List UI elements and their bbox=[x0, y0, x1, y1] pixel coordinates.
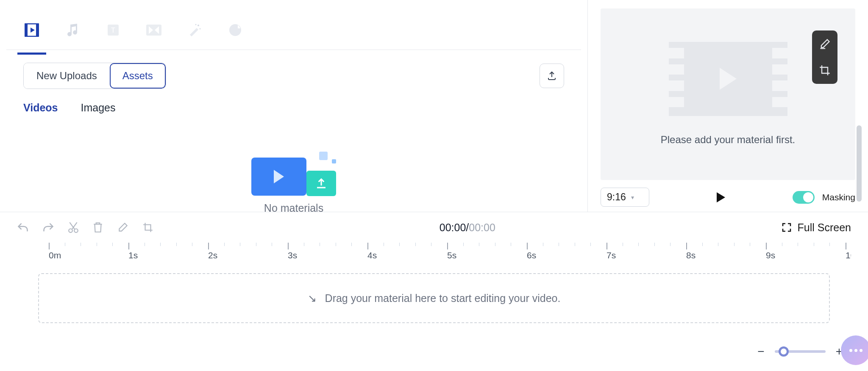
tab-assets[interactable]: Assets bbox=[110, 63, 166, 89]
ruler-tick: 0m bbox=[49, 243, 61, 260]
zoom-slider[interactable] bbox=[775, 350, 826, 353]
timeline-toolbar: 00:00/00:00 Full Screen bbox=[0, 212, 868, 243]
play-button[interactable] bbox=[717, 192, 725, 202]
ruler-tick: 4s bbox=[367, 243, 377, 260]
text-tab-icon[interactable]: T bbox=[105, 22, 122, 39]
transition-tab-icon[interactable] bbox=[145, 22, 162, 39]
time-current: 00:00 bbox=[440, 221, 466, 233]
svg-point-11 bbox=[195, 24, 197, 25]
timeline-dropzone[interactable]: ↘ Drag your material here to start editi… bbox=[38, 273, 830, 323]
ruler-tick: 6s bbox=[527, 243, 536, 260]
empty-illustration bbox=[251, 152, 336, 196]
ruler-tick: 10s bbox=[846, 243, 851, 260]
svg-point-12 bbox=[229, 24, 241, 36]
aspect-ratio-value: 9:16 bbox=[607, 191, 626, 203]
empty-assets-text: No materials bbox=[264, 202, 323, 214]
svg-rect-2 bbox=[36, 24, 39, 36]
preview-canvas: Please add your material first. bbox=[601, 8, 855, 180]
library-panel: T New Uploads Assets Videos Images bbox=[0, 0, 588, 212]
svg-rect-1 bbox=[25, 24, 28, 36]
chevron-down-icon: ▾ bbox=[631, 194, 634, 201]
svg-point-14 bbox=[69, 229, 72, 233]
ruler-tick: 1s bbox=[128, 243, 138, 260]
ruler-tick: 9s bbox=[766, 243, 775, 260]
delete-icon[interactable] bbox=[92, 221, 103, 233]
masking-label: Masking bbox=[822, 192, 855, 202]
svg-marker-3 bbox=[31, 28, 35, 33]
preview-controls: 9:16 ▾ Masking bbox=[601, 180, 855, 207]
dropzone-arrow-icon: ↘ bbox=[308, 292, 317, 305]
crop-icon[interactable] bbox=[142, 222, 153, 233]
fullscreen-label: Full Screen bbox=[798, 221, 851, 234]
svg-point-9 bbox=[198, 25, 199, 26]
asset-type-videos[interactable]: Videos bbox=[23, 102, 58, 116]
ruler-tick: 3s bbox=[288, 243, 297, 260]
asset-type-images[interactable]: Images bbox=[81, 102, 116, 116]
redo-icon[interactable] bbox=[42, 222, 54, 233]
cut-icon[interactable] bbox=[68, 221, 79, 233]
chat-widget[interactable] bbox=[841, 335, 868, 365]
fullscreen-button[interactable]: Full Screen bbox=[782, 221, 851, 234]
svg-text:T: T bbox=[111, 27, 115, 34]
effects-tab-icon[interactable] bbox=[186, 22, 203, 39]
audio-tab-icon[interactable] bbox=[64, 22, 81, 39]
empty-assets-state: No materials bbox=[6, 116, 581, 212]
timeline-ruler[interactable]: 0m1s2s3s4s5s6s7s8s9s10s bbox=[17, 243, 851, 266]
time-total: 00:00 bbox=[469, 221, 495, 233]
dropzone-text: Drag your material here to start editing… bbox=[325, 292, 561, 305]
library-category-tabs: T bbox=[6, 0, 581, 50]
zoom-controls: − + bbox=[757, 345, 843, 358]
preview-tool-panel bbox=[812, 30, 837, 84]
masking-toggle[interactable] bbox=[793, 191, 815, 204]
preview-placeholder-text: Please add your material first. bbox=[661, 133, 795, 147]
svg-rect-6 bbox=[146, 25, 161, 36]
svg-point-10 bbox=[200, 28, 201, 29]
asset-type-tabs: Videos Images bbox=[6, 89, 581, 116]
ruler-tick: 5s bbox=[447, 243, 456, 260]
svg-marker-13 bbox=[717, 192, 725, 202]
video-placeholder-icon bbox=[669, 42, 787, 116]
timeline-panel: 00:00/00:00 Full Screen 0m1s2s3s4s5s6s7s… bbox=[0, 212, 868, 371]
sticker-tab-icon[interactable] bbox=[227, 22, 244, 39]
svg-point-15 bbox=[74, 229, 78, 233]
tab-new-uploads[interactable]: New Uploads bbox=[24, 63, 110, 89]
preview-panel: Please add your material first. 9:16 ▾ M… bbox=[588, 0, 868, 212]
aspect-ratio-select[interactable]: 9:16 ▾ bbox=[601, 188, 649, 207]
upload-button[interactable] bbox=[540, 64, 564, 88]
source-segment: New Uploads Assets bbox=[23, 63, 166, 89]
time-counter: 00:00/00:00 bbox=[440, 221, 495, 234]
zoom-out-button[interactable]: − bbox=[757, 345, 764, 358]
crop-tool-icon[interactable] bbox=[819, 64, 831, 76]
erase-icon[interactable] bbox=[117, 222, 129, 233]
fullscreen-icon bbox=[782, 222, 792, 233]
undo-icon[interactable] bbox=[17, 222, 29, 233]
erase-tool-icon[interactable] bbox=[819, 38, 831, 50]
ruler-tick: 2s bbox=[208, 243, 217, 260]
ruler-tick: 7s bbox=[606, 243, 616, 260]
media-tab-icon[interactable] bbox=[23, 22, 40, 39]
ruler-tick: 8s bbox=[686, 243, 696, 260]
